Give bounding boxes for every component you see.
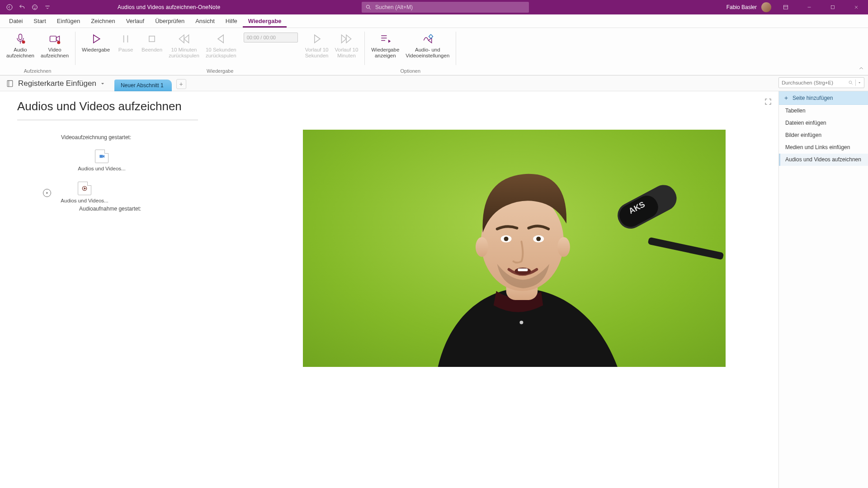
expand-page-icon[interactable] <box>764 98 773 107</box>
page-canvas[interactable]: Audios und Videos aufzeichnen Videoaufze… <box>0 91 778 488</box>
page-title-underline <box>17 120 198 120</box>
video-started-text: Videoaufzeichnung gestartet: <box>61 134 206 141</box>
record-audio-button[interactable]: Audio aufzeichnen <box>5 30 36 67</box>
tab-history[interactable]: Verlauf <box>121 15 150 28</box>
tab-playback[interactable]: Wiedergabe <box>243 15 287 28</box>
page-item[interactable]: Dateien einfügen <box>779 117 868 129</box>
page-list: Seite hinzufügen Tabellen Dateien einfüg… <box>778 91 868 488</box>
tab-start[interactable]: Start <box>28 15 51 28</box>
svg-point-26 <box>557 237 570 257</box>
svg-point-25 <box>476 237 488 257</box>
notebook-dropdown[interactable]: Registerkarte Einfügen <box>4 77 110 91</box>
group-options-label: Optionen <box>400 67 420 75</box>
tab-review[interactable]: Überprüfen <box>150 15 190 28</box>
inline-play-button[interactable] <box>43 189 51 197</box>
note-content[interactable]: Videoaufzeichnung gestartet: Audios und … <box>61 134 206 221</box>
page-item[interactable]: Tabellen <box>779 105 868 117</box>
attachment-video[interactable]: Audios und Videos... <box>75 150 129 172</box>
search-icon <box>365 4 372 10</box>
tab-help[interactable]: Hilfe <box>220 15 243 28</box>
svg-point-11 <box>57 41 60 44</box>
svg-rect-32 <box>518 268 528 271</box>
svg-point-28 <box>504 237 509 241</box>
tab-file[interactable]: Datei <box>4 15 28 28</box>
chevron-down-icon[interactable] <box>858 80 861 85</box>
global-search-input[interactable] <box>375 4 525 10</box>
svg-rect-12 <box>149 36 155 42</box>
maximize-window-icon[interactable] <box>824 0 842 14</box>
svg-point-13 <box>429 35 432 38</box>
svg-point-15 <box>849 81 852 84</box>
play-button[interactable]: Wiedergabe <box>80 30 112 53</box>
svg-point-33 <box>519 321 523 324</box>
stop-button: Beenden <box>140 30 164 53</box>
title-bar: Audios und Videos aufzeichnen - OneNote … <box>0 0 868 14</box>
global-search[interactable] <box>362 2 529 13</box>
record-video-button[interactable]: Video aufzeichnen <box>39 30 71 67</box>
record-video-label: Video aufzeichnen <box>41 47 69 59</box>
attachment-label: Audios und Videos... <box>61 198 108 204</box>
page-title[interactable]: Audios und Videos aufzeichnen <box>17 99 198 118</box>
svg-rect-14 <box>7 80 13 86</box>
tab-insert[interactable]: Einfügen <box>52 15 85 28</box>
svg-point-30 <box>536 237 541 241</box>
account-name[interactable]: Fabio Basler <box>726 4 757 10</box>
tab-draw[interactable]: Zeichnen <box>85 15 120 28</box>
file-icon <box>78 182 91 195</box>
svg-point-1 <box>33 5 38 10</box>
svg-rect-5 <box>783 5 788 9</box>
qat-customize-icon[interactable] <box>43 3 52 11</box>
svg-point-2 <box>33 6 34 7</box>
see-playback-button[interactable]: Wiedergabe anzeigen <box>369 30 401 67</box>
svg-rect-6 <box>831 6 835 9</box>
av-settings-button[interactable]: Audio- und Videoeinstellungen <box>404 30 451 67</box>
ribbon-tabs: Datei Start Einfügen Zeichnen Verlauf Üb… <box>0 14 868 28</box>
add-page-button[interactable]: Seite hinzufügen <box>779 91 868 105</box>
page-item[interactable]: Bilder einfügen <box>779 129 868 141</box>
account-avatar[interactable] <box>761 2 771 12</box>
group-record-label: Aufzeichnen <box>24 67 52 75</box>
page-item[interactable]: Medien und Links einfügen <box>779 141 868 154</box>
svg-point-4 <box>366 5 369 8</box>
svg-rect-8 <box>19 34 22 40</box>
back-icon[interactable] <box>5 3 14 11</box>
section-tab[interactable]: Neuer Abschnitt 1 <box>114 80 172 91</box>
attachment-audio[interactable]: Audios und Videos... <box>57 182 112 204</box>
collapse-ribbon-icon[interactable] <box>858 65 864 73</box>
forward-10m-button: Vorlauf 10 Minuten <box>333 30 360 59</box>
notebook-nav: Registerkarte Einfügen Neuer Abschnitt 1… <box>0 75 868 91</box>
group-playback-label: Wiedergabe <box>207 67 233 75</box>
svg-point-0 <box>7 5 12 10</box>
record-audio-label: Audio aufzeichnen <box>6 47 34 59</box>
ribbon: Audio aufzeichnen Video aufzeichnen Aufz… <box>0 28 868 75</box>
svg-point-3 <box>35 6 36 7</box>
touch-mode-icon[interactable] <box>31 3 39 11</box>
page-item-active[interactable]: Audios und Videos aufzeichnen <box>779 154 868 166</box>
close-window-icon[interactable] <box>847 0 865 14</box>
minimize-window-icon[interactable] <box>800 0 818 14</box>
notebook-name: Registerkarte Einfügen <box>18 79 96 88</box>
rewind-10s-button: 10 Sekunden zurückspulen <box>204 30 238 59</box>
attachment-label: Audios und Videos... <box>78 166 125 172</box>
tab-view[interactable]: Ansicht <box>190 15 220 28</box>
page-search[interactable] <box>778 77 864 88</box>
video-preview[interactable]: AKS <box>303 130 726 367</box>
undo-icon[interactable] <box>18 3 26 11</box>
add-section-button[interactable]: + <box>176 79 186 89</box>
svg-point-9 <box>22 41 25 44</box>
playback-time: 00:00 / 00:00 <box>244 33 298 42</box>
svg-rect-10 <box>50 36 57 42</box>
page-search-input[interactable] <box>782 80 848 85</box>
pause-button: Pause <box>114 30 137 53</box>
workspace: Audios und Videos aufzeichnen Videoaufze… <box>0 91 868 488</box>
svg-rect-16 <box>99 155 103 158</box>
search-icon <box>848 80 854 86</box>
file-icon <box>95 150 108 163</box>
forward-10s-button: Vorlauf 10 Sekunden <box>303 30 330 59</box>
window-title: Audios und Videos aufzeichnen - OneNote <box>118 0 220 14</box>
rewind-10m-button: 10 Minuten zurückspulen <box>167 30 201 59</box>
ribbon-display-options-icon[interactable] <box>777 0 795 14</box>
audio-started-text: Audioaufnahme gestartet: <box>79 206 206 212</box>
